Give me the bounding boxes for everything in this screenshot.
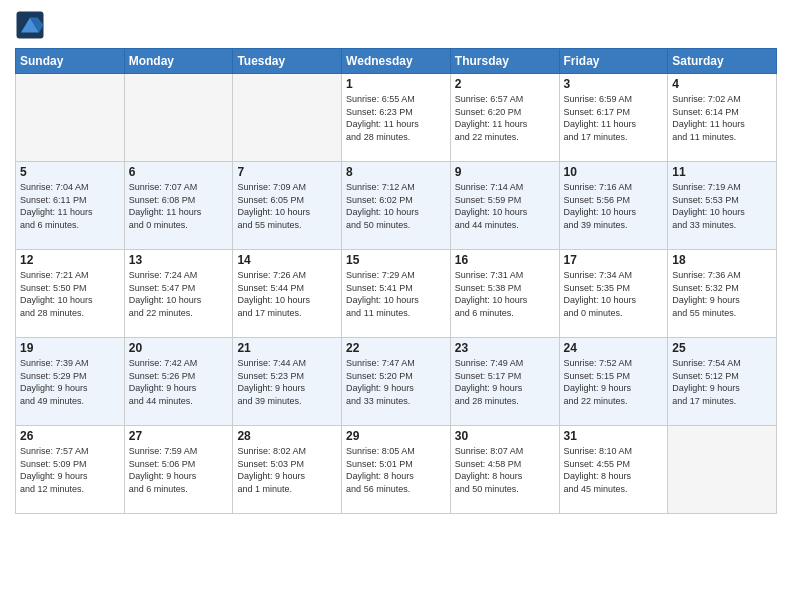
day-cell: 15Sunrise: 7:29 AM Sunset: 5:41 PM Dayli… bbox=[342, 250, 451, 338]
day-cell: 7Sunrise: 7:09 AM Sunset: 6:05 PM Daylig… bbox=[233, 162, 342, 250]
day-info: Sunrise: 7:24 AM Sunset: 5:47 PM Dayligh… bbox=[129, 269, 229, 319]
col-tuesday: Tuesday bbox=[233, 49, 342, 74]
logo bbox=[15, 10, 49, 40]
day-cell: 5Sunrise: 7:04 AM Sunset: 6:11 PM Daylig… bbox=[16, 162, 125, 250]
day-number: 27 bbox=[129, 429, 229, 443]
day-cell: 24Sunrise: 7:52 AM Sunset: 5:15 PM Dayli… bbox=[559, 338, 668, 426]
day-number: 2 bbox=[455, 77, 555, 91]
day-info: Sunrise: 7:49 AM Sunset: 5:17 PM Dayligh… bbox=[455, 357, 555, 407]
day-number: 12 bbox=[20, 253, 120, 267]
day-cell bbox=[233, 74, 342, 162]
day-info: Sunrise: 7:12 AM Sunset: 6:02 PM Dayligh… bbox=[346, 181, 446, 231]
day-number: 19 bbox=[20, 341, 120, 355]
day-number: 17 bbox=[564, 253, 664, 267]
day-cell: 1Sunrise: 6:55 AM Sunset: 6:23 PM Daylig… bbox=[342, 74, 451, 162]
page: Sunday Monday Tuesday Wednesday Thursday… bbox=[0, 0, 792, 612]
day-cell: 6Sunrise: 7:07 AM Sunset: 6:08 PM Daylig… bbox=[124, 162, 233, 250]
day-info: Sunrise: 8:02 AM Sunset: 5:03 PM Dayligh… bbox=[237, 445, 337, 495]
day-info: Sunrise: 8:10 AM Sunset: 4:55 PM Dayligh… bbox=[564, 445, 664, 495]
day-number: 22 bbox=[346, 341, 446, 355]
day-cell: 14Sunrise: 7:26 AM Sunset: 5:44 PM Dayli… bbox=[233, 250, 342, 338]
day-info: Sunrise: 7:19 AM Sunset: 5:53 PM Dayligh… bbox=[672, 181, 772, 231]
header bbox=[15, 10, 777, 40]
day-cell: 28Sunrise: 8:02 AM Sunset: 5:03 PM Dayli… bbox=[233, 426, 342, 514]
day-info: Sunrise: 7:39 AM Sunset: 5:29 PM Dayligh… bbox=[20, 357, 120, 407]
day-info: Sunrise: 6:57 AM Sunset: 6:20 PM Dayligh… bbox=[455, 93, 555, 143]
day-cell: 30Sunrise: 8:07 AM Sunset: 4:58 PM Dayli… bbox=[450, 426, 559, 514]
day-cell bbox=[16, 74, 125, 162]
day-number: 4 bbox=[672, 77, 772, 91]
day-info: Sunrise: 7:52 AM Sunset: 5:15 PM Dayligh… bbox=[564, 357, 664, 407]
day-info: Sunrise: 6:55 AM Sunset: 6:23 PM Dayligh… bbox=[346, 93, 446, 143]
day-number: 28 bbox=[237, 429, 337, 443]
day-number: 14 bbox=[237, 253, 337, 267]
day-cell: 12Sunrise: 7:21 AM Sunset: 5:50 PM Dayli… bbox=[16, 250, 125, 338]
day-number: 30 bbox=[455, 429, 555, 443]
day-cell: 23Sunrise: 7:49 AM Sunset: 5:17 PM Dayli… bbox=[450, 338, 559, 426]
day-cell: 16Sunrise: 7:31 AM Sunset: 5:38 PM Dayli… bbox=[450, 250, 559, 338]
col-monday: Monday bbox=[124, 49, 233, 74]
day-cell: 9Sunrise: 7:14 AM Sunset: 5:59 PM Daylig… bbox=[450, 162, 559, 250]
day-number: 13 bbox=[129, 253, 229, 267]
day-number: 26 bbox=[20, 429, 120, 443]
day-number: 5 bbox=[20, 165, 120, 179]
col-sunday: Sunday bbox=[16, 49, 125, 74]
day-cell: 2Sunrise: 6:57 AM Sunset: 6:20 PM Daylig… bbox=[450, 74, 559, 162]
day-info: Sunrise: 7:54 AM Sunset: 5:12 PM Dayligh… bbox=[672, 357, 772, 407]
day-number: 8 bbox=[346, 165, 446, 179]
day-info: Sunrise: 7:59 AM Sunset: 5:06 PM Dayligh… bbox=[129, 445, 229, 495]
day-cell: 31Sunrise: 8:10 AM Sunset: 4:55 PM Dayli… bbox=[559, 426, 668, 514]
day-number: 20 bbox=[129, 341, 229, 355]
day-number: 29 bbox=[346, 429, 446, 443]
day-info: Sunrise: 7:07 AM Sunset: 6:08 PM Dayligh… bbox=[129, 181, 229, 231]
day-cell bbox=[124, 74, 233, 162]
week-row-2: 5Sunrise: 7:04 AM Sunset: 6:11 PM Daylig… bbox=[16, 162, 777, 250]
day-number: 31 bbox=[564, 429, 664, 443]
day-cell: 29Sunrise: 8:05 AM Sunset: 5:01 PM Dayli… bbox=[342, 426, 451, 514]
day-info: Sunrise: 7:21 AM Sunset: 5:50 PM Dayligh… bbox=[20, 269, 120, 319]
day-info: Sunrise: 8:05 AM Sunset: 5:01 PM Dayligh… bbox=[346, 445, 446, 495]
day-cell: 20Sunrise: 7:42 AM Sunset: 5:26 PM Dayli… bbox=[124, 338, 233, 426]
day-number: 18 bbox=[672, 253, 772, 267]
day-cell: 11Sunrise: 7:19 AM Sunset: 5:53 PM Dayli… bbox=[668, 162, 777, 250]
day-cell: 25Sunrise: 7:54 AM Sunset: 5:12 PM Dayli… bbox=[668, 338, 777, 426]
day-cell: 18Sunrise: 7:36 AM Sunset: 5:32 PM Dayli… bbox=[668, 250, 777, 338]
day-cell: 22Sunrise: 7:47 AM Sunset: 5:20 PM Dayli… bbox=[342, 338, 451, 426]
day-number: 1 bbox=[346, 77, 446, 91]
day-info: Sunrise: 7:34 AM Sunset: 5:35 PM Dayligh… bbox=[564, 269, 664, 319]
day-info: Sunrise: 7:04 AM Sunset: 6:11 PM Dayligh… bbox=[20, 181, 120, 231]
col-saturday: Saturday bbox=[668, 49, 777, 74]
day-info: Sunrise: 8:07 AM Sunset: 4:58 PM Dayligh… bbox=[455, 445, 555, 495]
day-info: Sunrise: 7:42 AM Sunset: 5:26 PM Dayligh… bbox=[129, 357, 229, 407]
week-row-1: 1Sunrise: 6:55 AM Sunset: 6:23 PM Daylig… bbox=[16, 74, 777, 162]
day-cell: 19Sunrise: 7:39 AM Sunset: 5:29 PM Dayli… bbox=[16, 338, 125, 426]
calendar: Sunday Monday Tuesday Wednesday Thursday… bbox=[15, 48, 777, 514]
day-cell bbox=[668, 426, 777, 514]
day-info: Sunrise: 7:47 AM Sunset: 5:20 PM Dayligh… bbox=[346, 357, 446, 407]
day-number: 16 bbox=[455, 253, 555, 267]
col-friday: Friday bbox=[559, 49, 668, 74]
day-number: 25 bbox=[672, 341, 772, 355]
week-row-5: 26Sunrise: 7:57 AM Sunset: 5:09 PM Dayli… bbox=[16, 426, 777, 514]
day-number: 23 bbox=[455, 341, 555, 355]
day-cell: 21Sunrise: 7:44 AM Sunset: 5:23 PM Dayli… bbox=[233, 338, 342, 426]
day-number: 6 bbox=[129, 165, 229, 179]
header-row: Sunday Monday Tuesday Wednesday Thursday… bbox=[16, 49, 777, 74]
logo-icon bbox=[15, 10, 45, 40]
day-info: Sunrise: 7:29 AM Sunset: 5:41 PM Dayligh… bbox=[346, 269, 446, 319]
week-row-4: 19Sunrise: 7:39 AM Sunset: 5:29 PM Dayli… bbox=[16, 338, 777, 426]
col-thursday: Thursday bbox=[450, 49, 559, 74]
day-info: Sunrise: 7:09 AM Sunset: 6:05 PM Dayligh… bbox=[237, 181, 337, 231]
day-cell: 27Sunrise: 7:59 AM Sunset: 5:06 PM Dayli… bbox=[124, 426, 233, 514]
day-number: 9 bbox=[455, 165, 555, 179]
day-cell: 3Sunrise: 6:59 AM Sunset: 6:17 PM Daylig… bbox=[559, 74, 668, 162]
day-cell: 10Sunrise: 7:16 AM Sunset: 5:56 PM Dayli… bbox=[559, 162, 668, 250]
day-info: Sunrise: 7:16 AM Sunset: 5:56 PM Dayligh… bbox=[564, 181, 664, 231]
day-info: Sunrise: 7:26 AM Sunset: 5:44 PM Dayligh… bbox=[237, 269, 337, 319]
day-cell: 13Sunrise: 7:24 AM Sunset: 5:47 PM Dayli… bbox=[124, 250, 233, 338]
day-info: Sunrise: 7:57 AM Sunset: 5:09 PM Dayligh… bbox=[20, 445, 120, 495]
day-info: Sunrise: 6:59 AM Sunset: 6:17 PM Dayligh… bbox=[564, 93, 664, 143]
day-number: 24 bbox=[564, 341, 664, 355]
day-cell: 26Sunrise: 7:57 AM Sunset: 5:09 PM Dayli… bbox=[16, 426, 125, 514]
day-info: Sunrise: 7:44 AM Sunset: 5:23 PM Dayligh… bbox=[237, 357, 337, 407]
